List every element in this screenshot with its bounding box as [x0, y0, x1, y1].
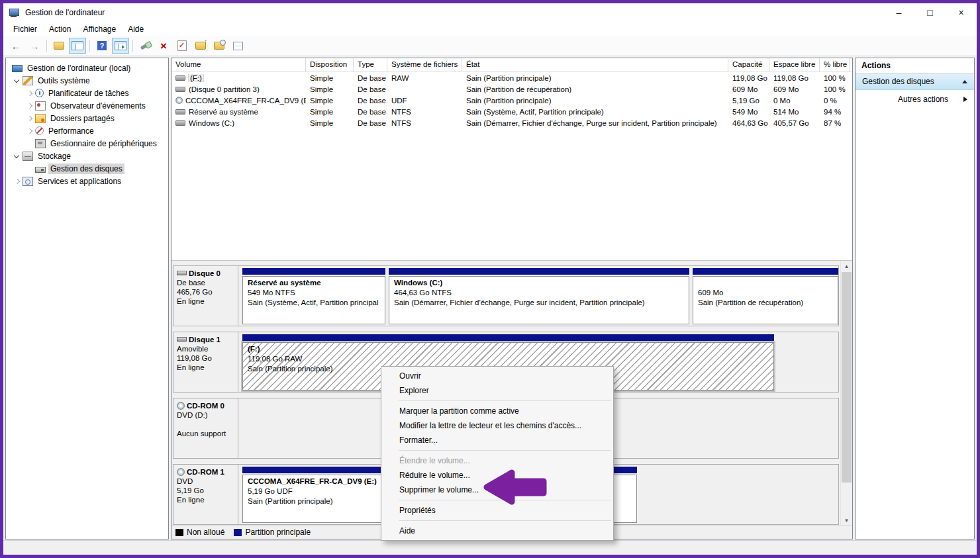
partition-windows-c[interactable]: Windows (C:)464,63 Go NTFSSain (Démarrer…: [388, 267, 690, 325]
submenu-arrow-icon: [963, 97, 967, 102]
menu-affichage[interactable]: Affichage: [77, 24, 122, 34]
cell-type: De base: [354, 108, 387, 116]
table-row-windows-c[interactable]: Windows (C:)SimpleDe baseNTFSSain (Démar…: [172, 117, 852, 128]
disk-label-disque-1[interactable]: Disque 1Amovible119,08 GoEn ligne: [173, 332, 238, 392]
tree-item-label: Performance: [46, 126, 96, 136]
table-row-reserve-au-systeme[interactable]: Réservé au systèmeSimpleDe baseNTFSSain …: [172, 106, 852, 117]
rescan-wand-icon: [140, 42, 150, 50]
rescan-wand-button[interactable]: [136, 38, 154, 54]
actions-panel: Actions Gestion des disques Autres actio…: [855, 58, 975, 539]
cell-capacite: 5,19 Go: [728, 97, 769, 105]
properties-check-button[interactable]: [173, 38, 191, 54]
tree-item-label: Services et applications: [36, 176, 123, 187]
chevron-right-icon[interactable]: [25, 89, 34, 97]
drive-icon: [175, 75, 185, 81]
column-header-disposition[interactable]: Disposition: [306, 58, 354, 71]
partition-title: [698, 278, 833, 288]
partition-609-mo[interactable]: 609 MoSain (Partition de récupération): [692, 267, 839, 325]
cell-etat: Sain (Partition principale): [462, 97, 728, 105]
column-header-etat[interactable]: État: [462, 58, 728, 71]
column-header-systeme-de-fichiers[interactable]: Système de fichiers: [387, 58, 462, 71]
tree-item-outils-systeme[interactable]: Outils système: [6, 74, 168, 87]
tree-item-performance[interactable]: Performance: [6, 124, 168, 137]
chevron-right-icon[interactable]: [25, 127, 34, 135]
window-controls: –□×: [883, 3, 977, 22]
menu-action[interactable]: Action: [43, 24, 77, 34]
disk-view-scrollbar[interactable]: ▲ ▼: [840, 261, 852, 526]
table-row-disque-0-partition-3[interactable]: (Disque 0 partition 3)SimpleDe baseSain …: [172, 83, 852, 95]
tree-item-planificateur-de-taches[interactable]: Planificateur de tâches: [6, 87, 168, 99]
chevron-down-icon[interactable]: [13, 77, 22, 85]
actions-item-more-actions[interactable]: Autres actions: [856, 90, 974, 108]
export-list-button[interactable]: [50, 38, 68, 54]
menu-item-explorer[interactable]: Explorer: [381, 383, 613, 398]
show-action-pane-button[interactable]: [112, 38, 129, 54]
cell-espace_libre: 0 Mo: [769, 97, 820, 105]
partition-box[interactable]: 609 MoSain (Partition de récupération): [693, 276, 838, 324]
tree-item-label: Planificateur de tâches: [46, 88, 130, 99]
table-row-f[interactable]: (F:)SimpleDe baseRAWSain (Partition prin…: [172, 72, 852, 83]
partition-box[interactable]: Réservé au système549 Mo NTFSSain (Systè…: [242, 276, 385, 324]
tree-item-gestion-des-disques[interactable]: Gestion des disques: [6, 162, 168, 175]
partition-box[interactable]: Windows (C:)464,63 Go NTFSSain (Démarrer…: [389, 276, 689, 324]
disk-info-line: [177, 420, 234, 429]
legend-label: Non alloué: [187, 528, 224, 537]
menu-item-marquer-la-partition-comme-active[interactable]: Marquer la partition comme active: [381, 404, 613, 418]
disk-label-cd-rom-1[interactable]: CD-ROM 1DVD5,19 GoEn ligne: [173, 465, 238, 524]
checklist-button[interactable]: [229, 38, 246, 54]
menu-item-aide[interactable]: Aide: [381, 524, 613, 538]
cell-volume: (Disque 0 partition 3): [172, 85, 306, 93]
show-console-tree-button[interactable]: [69, 38, 86, 54]
scroll-down-icon[interactable]: ▼: [841, 515, 852, 526]
window-title: Gestion de l'ordinateur: [25, 8, 105, 17]
scrollbar-thumb[interactable]: [842, 272, 852, 483]
help-button[interactable]: ?: [93, 38, 111, 54]
chevron-down-icon[interactable]: [13, 152, 22, 160]
table-row-cccoma-x64fre-fr-ca-dv9-e[interactable]: CCCOMA_X64FRE_FR-CA_DV9 (E:)SimpleDe bas…: [172, 95, 852, 106]
partition-reserve-au-systeme[interactable]: Réservé au système549 Mo NTFSSain (Systè…: [242, 267, 386, 325]
column-header-capacite[interactable]: Capacité: [728, 58, 769, 71]
tree-item-services-et-applications[interactable]: Services et applications: [6, 175, 168, 187]
disk-label-cd-rom-0[interactable]: CD-ROM 0DVD (D:)Aucun support: [173, 398, 238, 458]
cell-fs: NTFS: [387, 108, 462, 116]
tree-item-observateur-d-evenements[interactable]: Observateur d'événements: [6, 99, 168, 112]
delete-button[interactable]: ×: [155, 38, 172, 54]
diskmgmt-icon: [35, 167, 46, 173]
tree-item-gestionnaire-de-peripheriques[interactable]: Gestionnaire de périphériques: [6, 137, 168, 150]
forward-button[interactable]: →: [26, 38, 43, 54]
partition-title: Réservé au système: [248, 278, 380, 288]
legend-non-alloue: Non alloué: [175, 528, 224, 537]
cell-fs: NTFS: [387, 119, 462, 127]
menu-item-formater[interactable]: Formater...: [381, 433, 613, 447]
cell-type: De base: [354, 97, 387, 105]
titlebar: Gestion de l'ordinateur –□×: [3, 3, 977, 22]
disk-row-disque-0: Disque 0De base465,76 GoEn ligneRéservé …: [173, 265, 839, 326]
back-button[interactable]: ←: [7, 38, 24, 54]
menu-item-ouvrir[interactable]: Ouvrir: [381, 369, 613, 383]
close-icon[interactable]: ×: [946, 3, 977, 22]
column-header-volume[interactable]: Volume: [172, 58, 306, 71]
minimize-icon[interactable]: –: [883, 3, 914, 22]
chevron-right-icon[interactable]: [25, 115, 34, 122]
column-header-espace-libre[interactable]: Espace libre: [769, 58, 820, 71]
tree-item-stockage[interactable]: Stockage: [6, 150, 168, 162]
cell-capacite: 464,63 Go: [728, 119, 769, 127]
cell-type: De base: [354, 119, 387, 127]
disk-label-disque-0[interactable]: Disque 0De base465,76 GoEn ligne: [173, 266, 238, 326]
column-header-type[interactable]: Type: [354, 58, 387, 71]
tree-item-label: Stockage: [36, 151, 73, 162]
scroll-up-icon[interactable]: ▲: [841, 261, 852, 271]
app-icon: [9, 9, 20, 17]
folder-search-button[interactable]: [211, 38, 228, 54]
chevron-right-icon[interactable]: [25, 102, 34, 110]
column-header-libre[interactable]: % libre: [820, 58, 850, 71]
menu-aide[interactable]: Aide: [122, 24, 150, 34]
menu-fichier[interactable]: Fichier: [7, 24, 43, 34]
maximize-icon[interactable]: □: [914, 3, 946, 22]
menu-item-modifier-la-lettre-de-lecteur-et-les-chemins-d-acces[interactable]: Modifier la lettre de lecteur et les che…: [381, 418, 613, 433]
folder-up-button[interactable]: [192, 38, 209, 54]
tree-item-gestion-de-l-ordinateur-local[interactable]: Gestion de l'ordinateur (local): [6, 62, 168, 74]
actions-group-disk-management[interactable]: Gestion des disques: [856, 73, 974, 90]
chevron-right-icon[interactable]: [13, 177, 22, 185]
tree-item-dossiers-partages[interactable]: Dossiers partagés: [6, 112, 168, 124]
